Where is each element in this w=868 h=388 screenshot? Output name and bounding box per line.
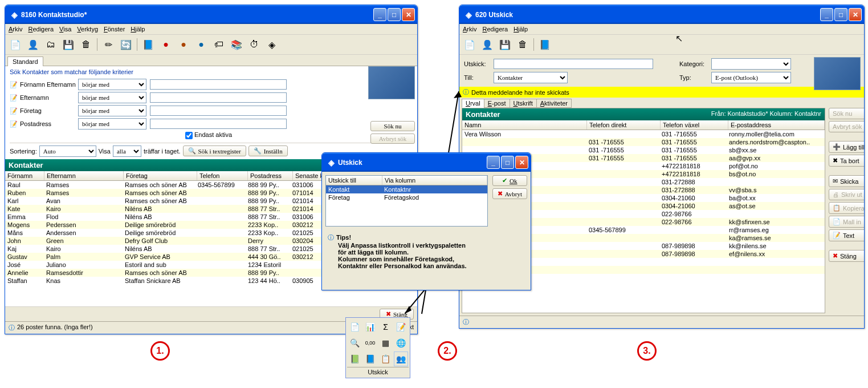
tab-aktiviteter[interactable]: Aktiviteter	[536, 99, 572, 108]
maximize-button[interactable]: □	[501, 156, 514, 169]
menu-visa[interactable]: Visa	[59, 26, 71, 33]
refresh-icon[interactable]: 🔄	[118, 37, 134, 52]
only-active-checkbox[interactable]: Endast aktiva	[185, 131, 232, 138]
list-item[interactable]: FöretagFöretagskod	[326, 193, 487, 201]
menu-hjälp[interactable]: Hjälp	[131, 26, 145, 33]
delete-icon[interactable]: 🗑	[78, 37, 94, 52]
kont-badge-icon[interactable]: ●	[193, 37, 209, 52]
menu-verktyg[interactable]: Verktyg	[77, 26, 98, 33]
book-icon[interactable]: 📘	[537, 37, 553, 52]
minimize-button[interactable]: _	[820, 8, 833, 21]
tab-e-post[interactable]: E-post	[484, 99, 510, 108]
text-button[interactable]: 📝Text	[829, 229, 864, 241]
column-header[interactable]: Telefon växel	[661, 120, 728, 130]
sort-select[interactable]: Auto	[39, 146, 96, 157]
save-icon[interactable]: 💾	[60, 37, 76, 52]
zoom-icon[interactable]: 🔍	[348, 336, 362, 350]
column-header[interactable]: E-postaddress	[728, 120, 825, 130]
cancel-search-button[interactable]: Avbryt sök	[370, 134, 415, 144]
table-icon[interactable]: ▦	[378, 336, 393, 350]
maximize-button[interactable]: □	[834, 8, 847, 21]
search-input[interactable]	[150, 106, 287, 116]
tab-urval[interactable]: Urval	[462, 99, 484, 108]
titlebar[interactable]: ◈ 8160 Kontaktstudio* _ □ ✕	[5, 5, 417, 24]
search-input[interactable]	[150, 119, 287, 129]
globe-icon[interactable]: 🌐	[394, 336, 408, 350]
column-header[interactable]: Telefon	[197, 171, 248, 180]
maximize-button[interactable]: □	[388, 8, 401, 21]
skicka-button[interactable]: ✉Skicka	[829, 175, 864, 187]
column-header[interactable]: Telefon direkt	[587, 120, 661, 130]
column-header[interactable]: Efternamn	[44, 171, 124, 180]
operator-select[interactable]: börjar med	[78, 118, 146, 130]
add-contact-icon[interactable]: 👤	[25, 37, 41, 52]
edit-icon[interactable]: ✏	[100, 37, 116, 52]
menu-arkiv[interactable]: Arkiv	[9, 26, 22, 33]
close-button[interactable]: ✕	[515, 156, 528, 169]
kategori-select[interactable]	[711, 58, 791, 70]
card-icon[interactable]: 🗂	[43, 37, 59, 52]
column-headers[interactable]: NamnTelefon direktTelefon växelE-postadd…	[462, 120, 825, 130]
search-input[interactable]	[150, 79, 287, 90]
decimal-icon[interactable]: 0,00	[363, 336, 377, 350]
operator-select[interactable]: börjar med	[78, 92, 146, 103]
word-icon[interactable]: 📄	[348, 320, 362, 334]
tab-standard[interactable]: Standard	[7, 56, 43, 66]
typ-select[interactable]: E-post (Outlook)	[711, 72, 791, 83]
operator-select[interactable]: börjar med	[78, 105, 146, 116]
menubar[interactable]: ArkivRedigeraHjälp	[459, 24, 864, 35]
close-button[interactable]: ✕	[849, 8, 862, 21]
new-icon[interactable]: 📄	[462, 37, 478, 52]
column-header[interactable]: Företag	[124, 171, 197, 180]
timer-icon[interactable]: ⏱	[246, 37, 262, 52]
operator-select[interactable]: börjar med	[78, 79, 146, 90]
delete-icon[interactable]: 🗑	[515, 37, 531, 52]
minimize-button[interactable]: _	[487, 156, 500, 169]
menu-hjälp[interactable]: Hjälp	[514, 26, 528, 33]
menu-redigera[interactable]: Redigera	[28, 26, 54, 33]
close-button[interactable]: ✕	[402, 8, 415, 21]
selection-list[interactable]: Utskick tillVia kolumn KontaktKontaktnrF…	[325, 175, 488, 227]
form-icon[interactable]: 📋	[378, 351, 393, 366]
diamond-icon[interactable]: ◈	[264, 37, 280, 52]
ta-bort-button[interactable]: ✖Ta bort	[829, 155, 864, 167]
chart-icon[interactable]: 📊	[363, 320, 377, 334]
utskick-input[interactable]	[494, 59, 653, 69]
books-icon[interactable]: 📚	[229, 37, 244, 52]
kund-badge-icon[interactable]: ●	[158, 37, 174, 52]
tag-icon[interactable]: 🏷	[211, 37, 227, 52]
excel-icon[interactable]: 📗	[348, 351, 362, 366]
table-row[interactable]: 031 -716555031 -716555anders.nordstrom@c…	[462, 138, 825, 146]
settings-button[interactable]: 🔧 Inställn	[248, 146, 288, 156]
stäng-button[interactable]: ✖Stäng	[829, 250, 864, 262]
book-icon[interactable]: 📘	[140, 37, 156, 52]
new-icon[interactable]: 📄	[7, 37, 23, 52]
till-select[interactable]: Kontakter	[494, 72, 568, 83]
tab-utskrift[interactable]: Utskrift	[510, 99, 537, 108]
menubar[interactable]: ArkivRedigeraVisaVerktygFönsterHjälp	[5, 24, 417, 35]
note-icon[interactable]: 📝	[394, 320, 408, 334]
show-select[interactable]: alla	[113, 146, 141, 157]
lägg-till-button[interactable]: ➕Lägg till	[829, 141, 864, 153]
list-item[interactable]: KontaktKontaktnr	[326, 185, 487, 193]
titlebar[interactable]: ◈ 620 Utskick _ □ ✕	[459, 5, 864, 24]
menu-arkiv[interactable]: Arkiv	[463, 26, 476, 33]
tool-palette[interactable]: 📄📊Σ📝 🔍0,00▦🌐 📗📘📋👥 Utskick	[345, 317, 410, 378]
ok-button[interactable]: ✔ Ok	[492, 175, 527, 186]
menu-redigera[interactable]: Redigera	[482, 26, 508, 33]
column-header[interactable]: Namn	[462, 120, 587, 130]
search-now-button[interactable]: Sök nu	[370, 121, 415, 131]
save-icon[interactable]: 💾	[497, 37, 513, 52]
sigma-icon[interactable]: Σ	[378, 320, 393, 334]
search-textregister-button[interactable]: 🔍 Sök i textregister	[183, 146, 246, 156]
table-row[interactable]: Vera Wilsson031 -716555ronny.moller@teli…	[462, 130, 825, 138]
search-input[interactable]	[150, 92, 287, 103]
column-header[interactable]: Postadress	[248, 171, 293, 180]
column-header[interactable]: Förnamn	[5, 171, 44, 180]
menu-fönster[interactable]: Fönster	[104, 26, 125, 33]
lev-badge-icon[interactable]: ●	[176, 37, 191, 52]
utskick-icon[interactable]: 👥	[394, 351, 408, 366]
add-contact-icon[interactable]: 👤	[479, 37, 495, 52]
minimize-button[interactable]: _	[373, 8, 386, 21]
dialog-titlebar[interactable]: ◈ Utskick _ □ ✕	[322, 153, 531, 172]
